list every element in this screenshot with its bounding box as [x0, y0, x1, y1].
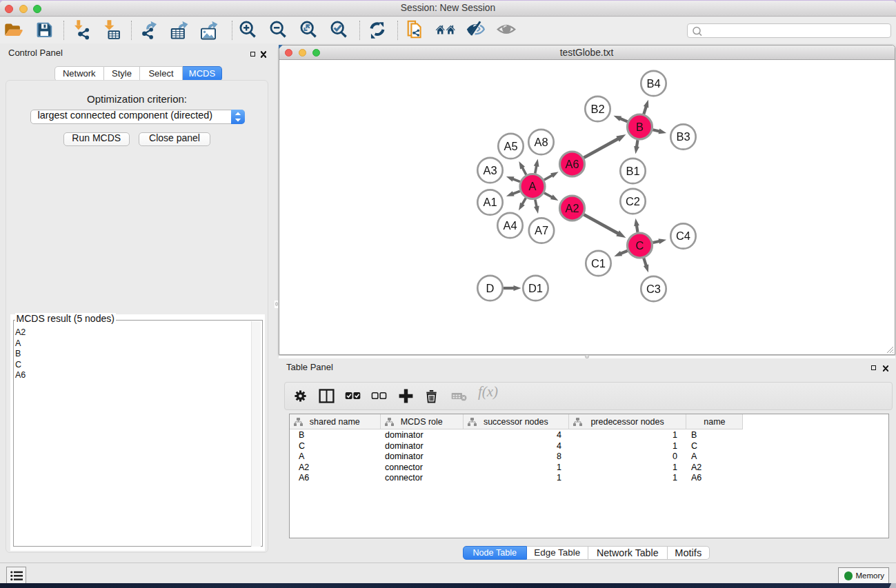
svg-text:C4: C4 [675, 230, 690, 242]
svg-text:A6: A6 [565, 158, 579, 170]
svg-text:D: D [486, 282, 494, 294]
svg-text:B2: B2 [590, 103, 604, 115]
svg-text:C: C [635, 239, 644, 252]
svg-text:C2: C2 [625, 195, 639, 207]
svg-text:B1: B1 [626, 165, 639, 177]
svg-text:A4: A4 [503, 219, 517, 232]
svg-text:A1: A1 [483, 196, 497, 208]
svg-text:A5: A5 [504, 140, 517, 152]
svg-text:C1: C1 [590, 257, 605, 270]
svg-text:B4: B4 [646, 77, 660, 90]
svg-text:A7: A7 [534, 224, 548, 236]
svg-text:A: A [528, 180, 536, 192]
svg-text:A2: A2 [565, 202, 579, 214]
svg-text:A8: A8 [534, 136, 548, 148]
svg-text:C3: C3 [646, 283, 660, 295]
svg-text:D1: D1 [528, 282, 542, 294]
svg-text:B3: B3 [676, 130, 690, 143]
svg-text:B: B [635, 121, 643, 133]
svg-text:A3: A3 [483, 164, 497, 176]
